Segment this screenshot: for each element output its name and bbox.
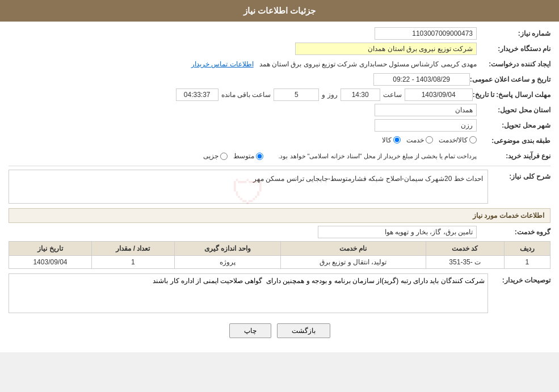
response-deadline-row: مهلت ارسال پاسخ: تا تاریخ: 1403/09/04 سا…: [9, 88, 550, 101]
col-row-num: ردیف: [504, 242, 550, 256]
category-radio-kala[interactable]: [393, 136, 401, 144]
category-radio-kala-khedmat[interactable]: [469, 136, 477, 144]
purchase-type-value-container: پرداخت تمام یا بخشی از مبلغ خریدار از مح…: [9, 152, 477, 160]
need-description-row: شرح کلی نیاز: 🛡 احداث خط 20شهرک سیمان-اص…: [9, 170, 550, 204]
requester-value-container: مهدی کریمی کارشناس مسئول حسابداری شرکت ت…: [9, 60, 477, 68]
main-content: شماره نیاز: 1103007009000473 نام دستگاه …: [0, 22, 559, 352]
delivery-city-value: رزن: [375, 119, 477, 132]
col-service-name: نام خدمت: [280, 242, 426, 256]
delivery-province-value-container: همدان: [9, 104, 477, 116]
col-service-code: کد خدمت: [426, 242, 504, 256]
purchase-type-option-jozi: جزیی: [203, 152, 228, 160]
need-number-label: شماره نیاز:: [477, 27, 550, 40]
delivery-province-value: همدان: [375, 104, 477, 116]
divider-1: [9, 166, 550, 166]
response-time: 14:30: [341, 88, 380, 101]
buyer-org-value: شرکت توزیع نیروی برق استان همدان: [295, 43, 477, 55]
purchase-type-label: نوع فرآیند خرید:: [477, 150, 550, 162]
cell-service-name: تولید، انتقال و توزیع برق: [280, 256, 426, 269]
response-time-label: ساعت: [383, 91, 402, 99]
buyer-notes-value: [9, 273, 488, 313]
category-option-kala-khedmat: کالا/خدمت: [439, 136, 477, 144]
delivery-city-row: شهر محل تحویل: رزن: [9, 119, 550, 132]
cell-date: 1403/09/04: [9, 256, 92, 269]
purchase-type-radio-motavasset[interactable]: [256, 153, 263, 160]
need-number-value: 1103007009000473: [375, 27, 477, 40]
response-days: 5: [274, 88, 319, 101]
need-number-value-container: 1103007009000473: [9, 27, 477, 40]
col-quantity: تعداد / مقدار: [91, 242, 174, 256]
delivery-city-label: شهر محل تحویل:: [477, 119, 550, 132]
services-table: ردیف کد خدمت نام خدمت واحد اندازه گیری ت…: [9, 241, 550, 269]
service-group-label: گروه خدمت:: [477, 226, 550, 238]
category-row: طبقه بندی موضوعی: کالا/خدمت خدمت کالا: [9, 134, 550, 147]
requester-label: ایجاد کننده درخواست:: [477, 58, 550, 70]
table-row: 1 ت -35-351 تولید، انتقال و توزیع برق پر…: [9, 256, 550, 269]
need-description-value: 🛡 احداث خط 20شهرک سیمان-اصلاح شبکه فشارم…: [9, 170, 488, 204]
purchase-type-label-jozi: جزیی: [203, 152, 218, 160]
purchase-type-radio-jozi[interactable]: [220, 153, 228, 160]
category-radio-khedmat[interactable]: [426, 136, 433, 144]
services-info-header: اطلاعات خدمات مورد نیاز: [9, 208, 550, 223]
purchase-type-label-motavasset: متوسط: [233, 152, 254, 160]
category-label-kala-khedmat: کالا/خدمت: [439, 136, 468, 144]
delivery-province-row: استان محل تحویل: همدان: [9, 104, 550, 116]
need-description-container: 🛡 احداث خط 20شهرک سیمان-اصلاح شبکه فشارم…: [9, 170, 494, 204]
requester-row: ایجاد کننده درخواست: مهدی کریمی کارشناس …: [9, 58, 550, 70]
page-header: جزئیات اطلاعات نیاز: [0, 0, 559, 22]
cell-service-code: ت -35-351: [426, 256, 504, 269]
category-radio-group: کالا/خدمت خدمت کالا: [382, 136, 477, 144]
announce-date-value: 1403/08/29 - 09:22: [373, 73, 470, 86]
page-title: جزئیات اطلاعات نیاز: [243, 6, 316, 15]
buyer-org-label: نام دستگاه خریدار:: [477, 43, 550, 55]
buyer-notes-container: [9, 273, 494, 315]
requester-link[interactable]: اطلاعات تماس خریدار: [191, 60, 254, 68]
buyer-notes-row: توصیحات خریدار:: [9, 273, 550, 315]
buyer-org-row: نام دستگاه خریدار: شرکت توزیع نیروی برق …: [9, 43, 550, 55]
category-label: طبقه بندی موضوعی:: [477, 134, 550, 147]
back-button[interactable]: بازگشت: [277, 323, 330, 338]
response-remain-label: ساعت باقی مانده: [221, 91, 271, 99]
service-group-value: تامین برق، گاز، بخار و تهویه هوا: [318, 226, 477, 238]
announce-date-label: تاریخ و ساعت اعلان عمومی:: [470, 73, 550, 86]
purchase-type-row: نوع فرآیند خرید: پرداخت تمام یا بخشی از …: [9, 150, 550, 162]
purchase-type-option-motavasset: متوسط: [233, 152, 263, 160]
category-option-khedmat: خدمت: [406, 136, 433, 144]
response-remain: 04:33:37: [176, 88, 218, 101]
print-button[interactable]: چاپ: [229, 323, 271, 338]
need-description-text: احداث خط 20شهرک سیمان-اصلاح شبکه فشارمتو…: [253, 175, 483, 183]
purchase-type-note: پرداخت تمام یا بخشی از مبلغ خریدار از مح…: [278, 153, 477, 160]
announce-date-row: تاریخ و ساعت اعلان عمومی: 1403/08/29 - 0…: [9, 73, 550, 86]
service-group-row: گروه خدمت: تامین برق، گاز، بخار و تهویه …: [9, 226, 550, 238]
services-table-header: ردیف کد خدمت نام خدمت واحد اندازه گیری ت…: [9, 242, 550, 256]
col-date: تاریخ نیاز: [9, 242, 92, 256]
category-value-container: کالا/خدمت خدمت کالا: [9, 136, 477, 146]
cell-quantity: 1: [91, 256, 174, 269]
buyer-org-value-container: شرکت توزیع نیروی برق استان همدان: [9, 43, 477, 55]
cell-unit: پروژه: [174, 256, 280, 269]
buyer-notes-label: توصیحات خریدار:: [494, 273, 550, 284]
purchase-type-options: پرداخت تمام یا بخشی از مبلغ خریدار از مح…: [9, 152, 477, 160]
delivery-city-value-container: رزن: [9, 119, 477, 132]
category-label-kala: کالا: [382, 136, 392, 144]
services-table-body: 1 ت -35-351 تولید، انتقال و توزیع برق پر…: [9, 256, 550, 269]
need-description-label: شرح کلی نیاز:: [494, 170, 550, 180]
response-days-label: روز و: [322, 91, 337, 99]
col-unit: واحد اندازه گیری: [174, 242, 280, 256]
category-label-khedmat: خدمت: [406, 136, 424, 144]
need-number-row: شماره نیاز: 1103007009000473: [9, 27, 550, 40]
response-deadline-value-container: 1403/09/04 ساعت 14:30 روز و 5 ساعت باقی …: [9, 88, 473, 101]
delivery-province-label: استان محل تحویل:: [477, 104, 550, 116]
buttons-row: بازگشت چاپ: [9, 323, 550, 338]
cell-row-num: 1: [504, 256, 550, 269]
announce-date-value-container: 1403/08/29 - 09:22: [9, 73, 470, 86]
response-date: 1403/09/04: [405, 88, 473, 101]
requester-value: مهدی کریمی کارشناس مسئول حسابداری شرکت ت…: [259, 60, 477, 68]
service-group-value-container: تامین برق، گاز، بخار و تهویه هوا: [9, 226, 477, 238]
category-option-kala: کالا: [382, 136, 401, 144]
response-deadline-label: مهلت ارسال پاسخ: تا تاریخ:: [473, 88, 550, 101]
services-table-header-row: ردیف کد خدمت نام خدمت واحد اندازه گیری ت…: [9, 242, 550, 256]
page-container: جزئیات اطلاعات نیاز شماره نیاز: 11030070…: [0, 0, 559, 352]
services-info-label: اطلاعات خدمات مورد نیاز: [473, 212, 544, 220]
